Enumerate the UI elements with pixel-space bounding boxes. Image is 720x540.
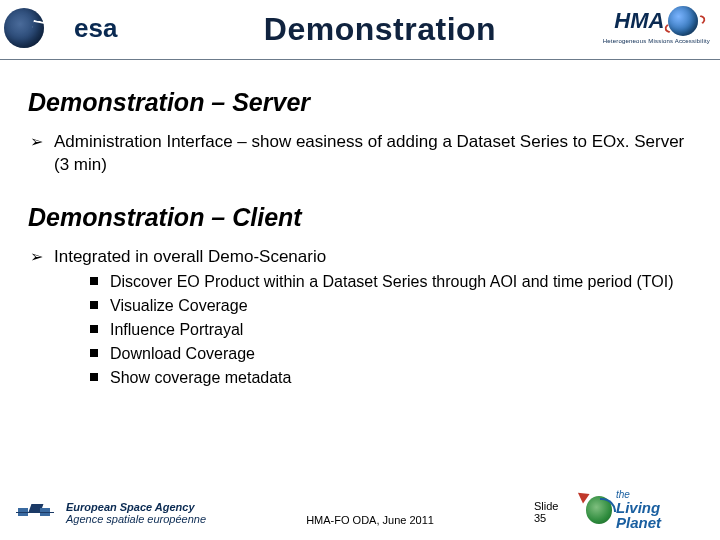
client-sub-4: Download Coverage bbox=[54, 343, 692, 365]
living-planet-text: the Living Planet bbox=[616, 490, 704, 530]
server-bullet-1: Administration Interface – show easiness… bbox=[28, 131, 692, 177]
slide-number: Slide 35 bbox=[534, 500, 572, 530]
esa-footer-line2: Agence spatiale européenne bbox=[66, 514, 206, 526]
hma-globe-icon bbox=[668, 6, 698, 36]
hma-subtitle: Heterogeneous Missions Accessibility bbox=[603, 38, 710, 44]
living-planet-label: Living Planet bbox=[616, 500, 704, 530]
client-bullets: Integrated in overall Demo-Scenario Disc… bbox=[28, 246, 692, 389]
section-title-client: Demonstration – Client bbox=[28, 203, 692, 232]
hma-text-label: HMA bbox=[614, 8, 664, 34]
esa-footer-text: European Space Agency Agence spatiale eu… bbox=[66, 502, 206, 525]
hma-logo: HMA Heterogeneous Missions Accessibility bbox=[603, 6, 710, 44]
client-sub-bullets: Discover EO Product within a Dataset Ser… bbox=[54, 271, 692, 389]
server-bullets: Administration Interface – show easiness… bbox=[28, 131, 692, 177]
slide-footer: European Space Agency Agence spatiale eu… bbox=[0, 480, 720, 534]
section-title-server: Demonstration – Server bbox=[28, 88, 692, 117]
living-planet-logo: the Living Planet bbox=[586, 490, 704, 530]
client-bullet-1-text: Integrated in overall Demo-Scenario bbox=[54, 247, 326, 266]
slide-body: Demonstration – Server Administration In… bbox=[0, 60, 720, 389]
footer-center-text: HMA-FO ODA, June 2011 bbox=[206, 514, 534, 530]
client-sub-1: Discover EO Product within a Dataset Ser… bbox=[54, 271, 692, 293]
esa-globe-icon bbox=[4, 8, 44, 48]
slide: esa Demonstration HMA Heterogeneous Miss… bbox=[0, 0, 720, 540]
esa-footer-logo: European Space Agency Agence spatiale eu… bbox=[16, 498, 206, 530]
slide-header: esa Demonstration HMA Heterogeneous Miss… bbox=[0, 0, 720, 60]
satellite-icon bbox=[16, 498, 56, 530]
client-sub-5: Show coverage metadata bbox=[54, 367, 692, 389]
footer-right: Slide 35 the Living Planet bbox=[534, 490, 704, 530]
esa-logo-text: esa bbox=[74, 13, 117, 44]
esa-logo: esa bbox=[4, 8, 117, 48]
client-sub-3: Influence Portrayal bbox=[54, 319, 692, 341]
hma-logo-text: HMA bbox=[614, 6, 698, 36]
client-bullet-1: Integrated in overall Demo-Scenario Disc… bbox=[28, 246, 692, 389]
living-planet-icon bbox=[586, 496, 612, 524]
client-sub-2: Visualize Coverage bbox=[54, 295, 692, 317]
